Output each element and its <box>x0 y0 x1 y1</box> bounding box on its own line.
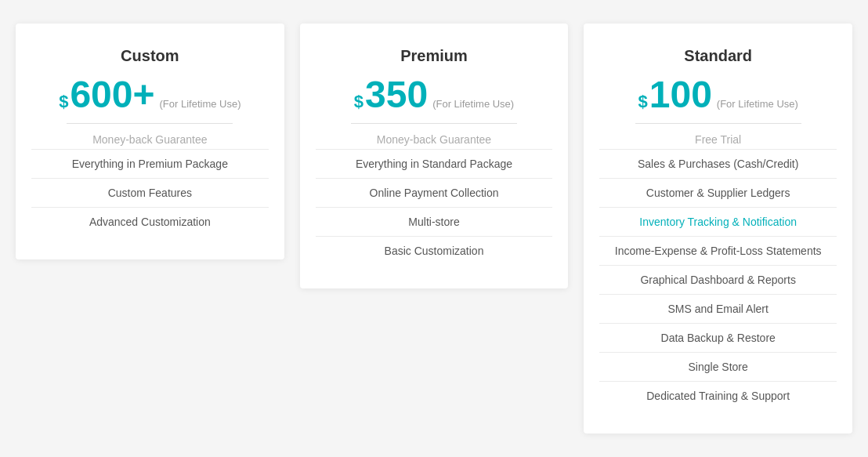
pricing-card-premium: Premium$350(For Lifetime Use)Money-back … <box>300 24 569 288</box>
standard-feature-2: Inventory Tracking & Notification <box>599 208 837 237</box>
premium-price-amount: 350 <box>365 76 428 114</box>
custom-title: Custom <box>31 47 269 65</box>
standard-feature-0: Sales & Purchases (Cash/Credit) <box>599 149 837 179</box>
premium-title: Premium <box>316 47 553 65</box>
standard-title: Standard <box>599 47 837 65</box>
premium-feature-2: Multi-store <box>316 208 553 237</box>
standard-price-amount: 100 <box>649 76 712 114</box>
pricing-card-standard: Standard$100(For Lifetime Use)Free Trial… <box>584 24 852 433</box>
custom-feature-1: Custom Features <box>31 179 269 208</box>
premium-price-suffix: (For Lifetime Use) <box>432 98 514 110</box>
custom-feature-0: Everything in Premium Package <box>31 149 269 179</box>
pricing-card-custom: Custom$600+(For Lifetime Use)Money-back … <box>16 24 284 259</box>
custom-feature-2: Advanced Customization <box>31 208 269 236</box>
standard-dollar-sign: $ <box>638 92 647 112</box>
custom-price-suffix: (For Lifetime Use) <box>160 98 241 110</box>
premium-feature-1: Online Payment Collection <box>316 179 553 208</box>
custom-price-row: $600+(For Lifetime Use) <box>31 76 269 114</box>
standard-price-suffix: (For Lifetime Use) <box>717 98 798 110</box>
premium-dollar-sign: $ <box>354 92 363 112</box>
standard-price-row: $100(For Lifetime Use) <box>599 76 837 114</box>
standard-feature-4: Graphical Dashboard & Reports <box>599 266 837 295</box>
custom-dollar-sign: $ <box>59 92 68 112</box>
premium-feature-0: Everything in Standard Package <box>316 149 553 179</box>
standard-feature-1: Customer & Supplier Ledgers <box>599 179 837 208</box>
premium-feature-3: Basic Customization <box>316 237 553 265</box>
standard-divider <box>635 123 801 124</box>
custom-divider <box>67 123 233 124</box>
standard-feature-8: Dedicated Training & Support <box>599 382 837 410</box>
standard-feature-5: SMS and Email Alert <box>599 295 837 324</box>
custom-subtitle: Money-back Guarantee <box>31 133 269 146</box>
pricing-container: Custom$600+(For Lifetime Use)Money-back … <box>16 24 852 433</box>
standard-feature-6: Data Backup & Restore <box>599 324 837 353</box>
standard-feature-3: Income-Expense & Profit-Loss Statements <box>599 237 837 266</box>
premium-divider <box>351 123 517 124</box>
premium-subtitle: Money-back Guarantee <box>316 133 553 146</box>
custom-price-amount: 600+ <box>70 76 154 114</box>
premium-price-row: $350(For Lifetime Use) <box>316 76 553 114</box>
standard-subtitle: Free Trial <box>599 133 837 146</box>
standard-feature-7: Single Store <box>599 353 837 382</box>
